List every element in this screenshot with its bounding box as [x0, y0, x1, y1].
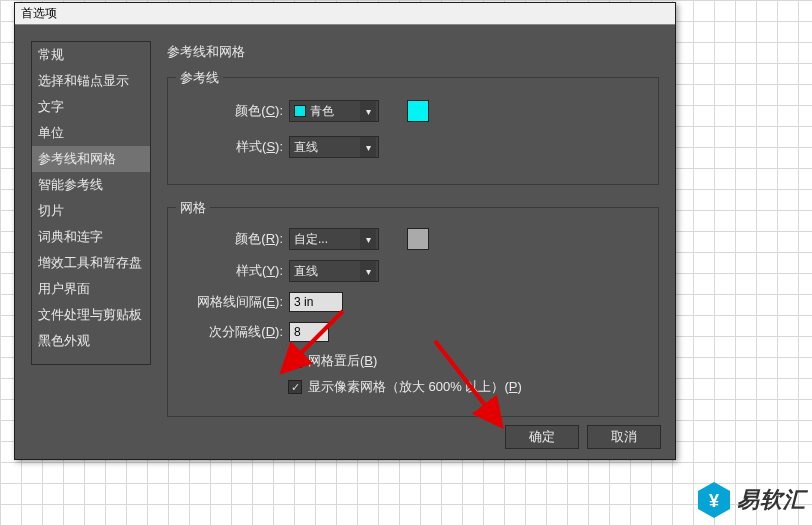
- watermark-logo: ¥ 易软汇: [697, 481, 806, 519]
- grid-color-label: 颜色(R):: [208, 230, 283, 248]
- sidebar-item-hyphenation[interactable]: 词典和连字: [32, 224, 150, 250]
- grid-back-label: 网格置后(B): [308, 352, 377, 370]
- grid-color-combo[interactable]: 自定...: [289, 228, 379, 250]
- sidebar-item-black[interactable]: 黑色外观: [32, 328, 150, 354]
- sidebar-item-selection[interactable]: 选择和锚点显示: [32, 68, 150, 94]
- gridline-gap-label: 网格线间隔(E):: [173, 293, 283, 311]
- pixel-grid-label: 显示像素网格（放大 600% 以上）(P): [308, 378, 522, 396]
- dialog-title: 首选项: [15, 3, 675, 25]
- cyan-swatch-icon: [294, 105, 306, 117]
- subdivision-label: 次分隔线(D):: [187, 323, 283, 341]
- guides-color-swatch[interactable]: [407, 100, 429, 122]
- gridline-gap-input[interactable]: [289, 292, 343, 312]
- guides-color-combo[interactable]: 青色: [289, 100, 379, 122]
- guides-style-label: 样式(S):: [208, 138, 283, 156]
- sidebar-item-filehandling[interactable]: 文件处理与剪贴板: [32, 302, 150, 328]
- sidebar-item-guides-grid[interactable]: 参考线和网格: [32, 146, 150, 172]
- pixel-grid-checkbox[interactable]: [288, 380, 302, 394]
- svg-text:¥: ¥: [709, 491, 719, 511]
- sidebar-item-type[interactable]: 文字: [32, 94, 150, 120]
- guides-style-combo[interactable]: 直线: [289, 136, 379, 158]
- sidebar-item-smartguides[interactable]: 智能参考线: [32, 172, 150, 198]
- sidebar-item-units[interactable]: 单位: [32, 120, 150, 146]
- dialog-button-bar: 确定 取消: [505, 425, 661, 449]
- grid-color-swatch[interactable]: [407, 228, 429, 250]
- hex-icon: ¥: [697, 481, 731, 519]
- preferences-dialog: 首选项 常规 选择和锚点显示 文字 单位 参考线和网格 智能参考线 切片 词典和…: [14, 2, 676, 460]
- subdivision-input[interactable]: [289, 322, 329, 342]
- guides-groupbox: 参考线 颜色(C): 青色 样式(S): 直线: [167, 77, 659, 185]
- guides-color-label: 颜色(C):: [208, 102, 283, 120]
- cancel-button[interactable]: 取消: [587, 425, 661, 449]
- watermark-text: 易软汇: [737, 485, 806, 515]
- category-sidebar: 常规 选择和锚点显示 文字 单位 参考线和网格 智能参考线 切片 词典和连字 增…: [31, 41, 151, 365]
- panel-title: 参考线和网格: [167, 43, 245, 61]
- sidebar-item-slices[interactable]: 切片: [32, 198, 150, 224]
- ok-button[interactable]: 确定: [505, 425, 579, 449]
- grid-style-label: 样式(Y):: [208, 262, 283, 280]
- grid-groupbox: 网格 颜色(R): 自定... 样式(Y): 直线: [167, 207, 659, 417]
- grid-style-combo[interactable]: 直线: [289, 260, 379, 282]
- sidebar-item-ui[interactable]: 用户界面: [32, 276, 150, 302]
- guides-legend: 参考线: [176, 69, 223, 87]
- sidebar-item-plugins[interactable]: 增效工具和暂存盘: [32, 250, 150, 276]
- sidebar-item-general[interactable]: 常规: [32, 42, 150, 68]
- grid-back-checkbox[interactable]: [288, 354, 302, 368]
- grid-legend: 网格: [176, 199, 210, 217]
